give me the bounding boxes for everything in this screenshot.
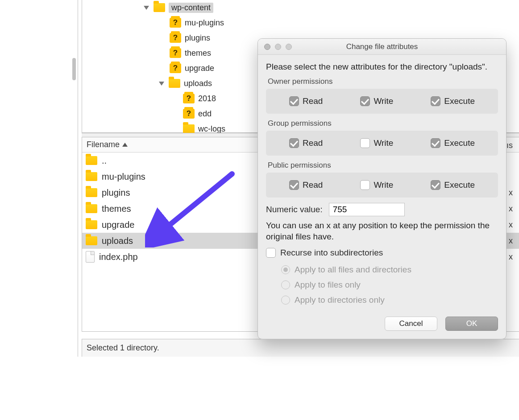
group-title: Public permissions xyxy=(268,161,498,170)
status-bar: Selected 1 directory. xyxy=(82,339,519,357)
tree-label: wc-logs xyxy=(198,124,225,134)
file-icon xyxy=(86,251,95,263)
owner-permissions-group: Owner permissions Read Write Execute xyxy=(266,77,498,114)
owner-execute-checkbox[interactable]: Execute xyxy=(431,96,475,106)
file-name: mu-plugins xyxy=(102,172,145,182)
scrollbar-thumb[interactable] xyxy=(72,58,76,80)
group-read-checkbox[interactable]: Read xyxy=(289,138,323,148)
file-name: themes xyxy=(102,204,131,214)
group-title: Owner permissions xyxy=(268,77,498,86)
public-read-checkbox[interactable]: Read xyxy=(289,180,323,190)
recurse-label: Recurse into subdirectories xyxy=(280,248,383,258)
checkbox-icon xyxy=(360,180,370,190)
checkbox-icon xyxy=(289,96,299,106)
tree-label: themes xyxy=(185,49,211,58)
column-header-label: Filename xyxy=(87,140,120,149)
group-title: Group permissions xyxy=(268,119,498,128)
checkbox-icon xyxy=(431,96,440,106)
numeric-value-input[interactable] xyxy=(329,203,405,216)
unknown-folder-icon xyxy=(170,18,181,28)
chevron-down-icon[interactable] xyxy=(144,6,149,10)
tree-label: edd xyxy=(198,109,212,119)
file-name: .. xyxy=(102,156,107,166)
tree-label: uploads xyxy=(184,79,212,88)
public-execute-checkbox[interactable]: Execute xyxy=(431,180,475,190)
dialog-titlebar[interactable]: Change file attributes xyxy=(258,39,506,55)
ok-button[interactable]: OK xyxy=(445,317,498,331)
right-column-peek: ıs x x x x x xyxy=(507,137,513,265)
radio-icon xyxy=(281,280,290,289)
sort-ascending-icon xyxy=(122,143,128,147)
recurse-options: Apply to all files and directories Apply… xyxy=(281,262,498,308)
tree-label: 2018 xyxy=(198,94,216,103)
chevron-down-icon[interactable] xyxy=(159,82,164,86)
tree-row-root[interactable]: wp-content xyxy=(82,0,519,15)
radio-apply-files[interactable]: Apply to files only xyxy=(281,277,498,292)
folder-icon xyxy=(86,156,97,165)
tree-label: wp-content xyxy=(169,3,213,13)
folder-icon xyxy=(86,220,97,229)
folder-icon xyxy=(86,188,97,197)
numeric-value-label: Numeric value: xyxy=(266,205,323,214)
group-execute-checkbox[interactable]: Execute xyxy=(431,138,475,148)
checkbox-icon xyxy=(289,138,299,148)
unknown-folder-icon xyxy=(170,63,181,73)
recurse-checkbox[interactable] xyxy=(266,248,276,258)
unknown-folder-icon xyxy=(170,48,181,58)
tree-label: mu-plugins xyxy=(185,18,224,28)
folder-icon xyxy=(169,79,180,88)
owner-read-checkbox[interactable]: Read xyxy=(289,96,323,106)
file-name: upgrade xyxy=(102,220,134,230)
file-name: uploads xyxy=(102,236,133,246)
public-write-checkbox[interactable]: Write xyxy=(360,180,393,190)
radio-apply-all[interactable]: Apply to all files and directories xyxy=(281,262,498,277)
change-file-attributes-dialog: Change file attributes Please select the… xyxy=(257,38,507,339)
folder-icon xyxy=(183,124,195,133)
group-write-checkbox[interactable]: Write xyxy=(360,138,393,148)
file-name: index.php xyxy=(99,252,138,262)
unknown-folder-icon xyxy=(183,94,195,103)
public-permissions-group: Public permissions Read Write Execute xyxy=(266,161,498,198)
dialog-prompt: Please select the new attributes for the… xyxy=(266,61,498,73)
radio-icon xyxy=(281,296,290,305)
owner-write-checkbox[interactable]: Write xyxy=(360,96,393,106)
dialog-title: Change file attributes xyxy=(258,42,506,51)
tree-label: plugins xyxy=(185,33,210,43)
folder-icon xyxy=(86,204,97,213)
folder-icon xyxy=(86,236,97,245)
tree-label: upgrade xyxy=(185,64,214,73)
radio-apply-dirs[interactable]: Apply to directories only xyxy=(281,292,498,308)
radio-icon xyxy=(281,265,290,274)
status-text: Selected 1 directory. xyxy=(87,343,159,353)
tree-row[interactable]: mu-plugins xyxy=(82,15,519,30)
unknown-folder-icon xyxy=(170,33,181,43)
checkbox-icon xyxy=(431,138,440,148)
unknown-folder-icon xyxy=(183,109,195,119)
checkbox-icon xyxy=(360,96,370,106)
checkbox-icon xyxy=(431,180,440,190)
folder-icon xyxy=(86,172,97,181)
numeric-hint: You can use an x at any position to keep… xyxy=(266,220,498,243)
checkbox-icon xyxy=(360,138,370,148)
group-permissions-group: Group permissions Read Write Execute xyxy=(266,119,498,156)
checkbox-icon xyxy=(289,180,299,190)
left-pane xyxy=(0,0,78,357)
folder-icon xyxy=(154,3,165,12)
cancel-button[interactable]: Cancel xyxy=(385,317,437,331)
file-name: plugins xyxy=(102,188,130,198)
